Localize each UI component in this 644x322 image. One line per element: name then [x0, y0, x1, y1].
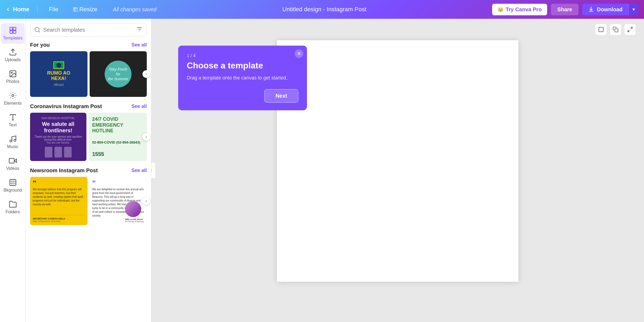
svg-point-8 — [12, 94, 14, 97]
template-card-brazil[interactable]: RUMO AO HEXA! #Brazil — [30, 51, 87, 97]
download-button-group: Download ▾ — [582, 4, 639, 15]
see-all-for-you[interactable]: See all — [131, 42, 147, 48]
covid1-sub: Thank you for your service and sacrifice… — [33, 135, 84, 141]
autosave-status: All changes saved — [113, 6, 156, 13]
try-canva-pro-button[interactable]: 👑 Try Canva Pro — [492, 4, 547, 15]
sidebar-item-uploads[interactable]: Uploads — [1, 45, 25, 65]
tooltip-progress: 1 / 4 — [187, 53, 298, 58]
template-card-covid2[interactable]: 24/7 COVID EMERGENCY HOTLINE 02-894-COVI… — [89, 113, 147, 161]
svg-point-12 — [14, 139, 16, 141]
svg-rect-1 — [10, 27, 12, 30]
sidebar-label-templates: Templates — [3, 36, 23, 41]
section-header-for-you: For you See all — [30, 42, 147, 48]
covid2-alt-number: 1555 — [92, 151, 143, 157]
template-card-news2[interactable]: " We are delighted to receive this annua… — [90, 177, 147, 225]
newsroom-template-row: " We strongly believe that this program … — [30, 177, 147, 225]
for-you-arrow[interactable]: › — [142, 70, 150, 78]
see-all-coronavirus[interactable]: See all — [131, 104, 147, 109]
sidebar-label-text: Text — [9, 123, 17, 127]
download-dropdown-button[interactable]: ▾ — [628, 4, 639, 15]
search-icon — [34, 27, 41, 33]
nav-divider — [37, 5, 38, 13]
expand-tool-button[interactable] — [624, 24, 636, 35]
sidebar-label-photos: Photos — [6, 79, 20, 84]
brazil-circle-icon — [56, 63, 61, 68]
templates-panel: For you See all RUMO AO HEXA! #Brazil — [26, 19, 151, 322]
sidebar-item-folders[interactable]: Folders — [1, 197, 25, 218]
frame-tool-button[interactable] — [595, 24, 607, 35]
brazil-flag-icon — [53, 61, 64, 69]
fresh-circle: Stay Fresh for the Summer — [105, 61, 131, 87]
svg-point-11 — [10, 140, 12, 142]
resize-button[interactable]: Resize — [70, 4, 101, 14]
svg-rect-3 — [10, 31, 12, 33]
covid1-sub2: You are our heroes. — [46, 141, 70, 144]
filter-button[interactable] — [136, 26, 143, 34]
svg-rect-21 — [615, 29, 618, 32]
canvas-area: ‹ ✕ 1 / 4 — [151, 19, 644, 322]
sidebar-label-music: Music — [7, 144, 19, 149]
template-card-fresh[interactable]: Stay Fresh for the Summer — [90, 51, 147, 97]
main-layout: Templates Uploads Photos Elements — [0, 19, 644, 322]
template-card-news1[interactable]: " We strongly believe that this program … — [30, 177, 87, 225]
sidebar-label-folders: Folders — [6, 210, 20, 214]
svg-point-7 — [11, 72, 12, 73]
brazil-title: RUMO AO HEXA! — [47, 71, 70, 81]
template-card-covid1[interactable]: SAN BENEZA HOSPITAL We salute all frontl… — [30, 113, 86, 161]
coronavirus-arrow[interactable]: › — [142, 133, 150, 141]
svg-rect-14 — [9, 158, 14, 163]
figure-1 — [45, 147, 52, 158]
section-for-you: For you See all RUMO AO HEXA! #Brazil — [30, 42, 147, 97]
document-title: Untitled design - Instagram Post — [282, 6, 366, 13]
news1-footer: SECRETARY CANEVA DELA Dep. of Education,… — [33, 215, 85, 222]
sidebar-label-elements: Elements — [4, 101, 22, 106]
svg-rect-0 — [74, 8, 77, 11]
home-button[interactable]: Home — [5, 6, 29, 13]
section-title-newsroom: Newsroom Instagram Post — [30, 167, 98, 174]
news1-quote-mark: " — [33, 180, 85, 187]
news2-author: WELLA DE SILVA Art Society of Beauvoy — [125, 201, 144, 222]
sidebar-item-videos[interactable]: Videos — [1, 153, 25, 174]
see-all-newsroom[interactable]: See all — [131, 168, 147, 173]
search-bar — [30, 23, 147, 36]
canvas-toolbar — [595, 24, 636, 35]
sidebar-item-photos[interactable]: Photos — [1, 67, 25, 87]
svg-rect-20 — [599, 27, 603, 32]
tooltip-close-button[interactable]: ✕ — [295, 49, 303, 58]
newsroom-arrow[interactable]: › — [142, 197, 150, 205]
figure-3 — [64, 147, 72, 158]
sidebar-item-elements[interactable]: Elements — [1, 88, 25, 109]
svg-rect-4 — [13, 31, 16, 33]
section-title-coronavirus: Coronavirus Instagram Post — [30, 103, 102, 109]
share-button[interactable]: Share — [551, 4, 579, 15]
news1-body: We strongly believe that this program wi… — [33, 188, 85, 215]
canvas-page — [277, 40, 518, 282]
section-coronavirus: Coronavirus Instagram Post See all SAN B… — [30, 103, 147, 161]
section-title-for-you: For you — [30, 42, 50, 48]
sidebar-item-background[interactable]: Bkground — [1, 175, 25, 196]
tooltip-actions: Next — [187, 89, 298, 103]
tooltip-description: Drag a template onto the canvas to get s… — [187, 74, 298, 82]
sidebar-item-text[interactable]: Text — [1, 110, 25, 131]
download-button[interactable]: Download — [582, 4, 628, 15]
icon-bar: Templates Uploads Photos Elements — [0, 19, 26, 322]
section-header-newsroom: Newsroom Instagram Post See all — [30, 167, 147, 174]
sidebar-label-videos: Videos — [6, 166, 19, 171]
sidebar-item-templates[interactable]: Templates — [1, 23, 25, 44]
svg-rect-15 — [10, 180, 16, 186]
covid1-figures — [45, 147, 72, 158]
crown-icon: 👑 — [497, 6, 503, 12]
copy-tool-button[interactable] — [610, 24, 621, 35]
collapse-panel-button[interactable]: ‹ — [151, 162, 156, 178]
search-input[interactable] — [43, 27, 134, 33]
brazil-hashtag: #Brazil — [54, 83, 64, 87]
figure-2 — [54, 147, 62, 158]
fresh-text: Stay Fresh for the Summer — [106, 65, 130, 84]
sidebar-item-music[interactable]: Music — [1, 132, 25, 152]
covid2-number: 02-894-COVID (02-894-26843) — [92, 140, 143, 144]
file-button[interactable]: File — [46, 4, 61, 14]
for-you-template-row: RUMO AO HEXA! #Brazil Stay Fresh for the… — [30, 51, 147, 97]
news2-avatar — [125, 201, 141, 217]
tooltip-next-button[interactable]: Next — [264, 89, 298, 103]
covid2-header: 24/7 COVID EMERGENCY HOTLINE — [92, 116, 143, 134]
